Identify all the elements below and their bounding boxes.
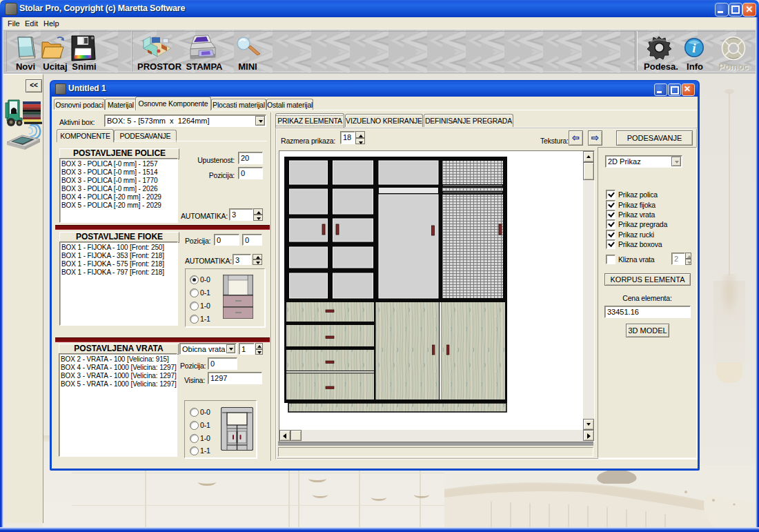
svg-text:i: i — [692, 41, 696, 55]
